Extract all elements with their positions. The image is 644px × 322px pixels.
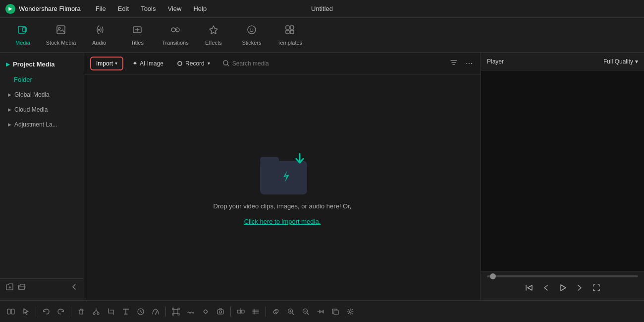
fullscreen-button[interactable] xyxy=(592,283,601,294)
redo-icon[interactable] xyxy=(54,305,68,319)
folder-open-icon[interactable] xyxy=(18,283,26,292)
folder-add-icon[interactable] xyxy=(6,283,14,292)
more-options-icon[interactable]: ⋯ xyxy=(464,58,475,69)
trim-icon[interactable] xyxy=(249,305,263,319)
transform-icon[interactable] xyxy=(169,305,183,319)
toolbar-titles[interactable]: Titles xyxy=(119,21,155,50)
speed-icon[interactable] xyxy=(149,305,162,319)
toolbar-stickers[interactable]: Stickers xyxy=(234,21,269,50)
import-chevron-icon: ▾ xyxy=(115,61,117,66)
progress-bar[interactable] xyxy=(487,275,638,277)
app-logo: Wondershare Filmora xyxy=(5,3,81,14)
ai-image-label: AI Image xyxy=(140,60,163,67)
svg-rect-13 xyxy=(290,26,294,29)
text-tool-icon[interactable] xyxy=(119,305,133,319)
sidebar-item-label: Cloud Media xyxy=(14,106,48,113)
play-button[interactable] xyxy=(558,283,567,294)
copy-icon[interactable] xyxy=(328,305,342,319)
svg-point-11 xyxy=(253,29,254,30)
svg-point-8 xyxy=(175,28,179,32)
toolbar-media[interactable]: Media xyxy=(5,21,41,50)
svg-rect-14 xyxy=(286,30,289,34)
step-back-button[interactable] xyxy=(525,283,534,294)
duration-icon[interactable] xyxy=(134,305,148,319)
ripple-icon[interactable] xyxy=(314,305,327,319)
svg-rect-37 xyxy=(334,310,338,315)
svg-rect-15 xyxy=(290,30,294,34)
filter-icon[interactable] xyxy=(448,57,460,70)
svg-point-4 xyxy=(58,27,60,29)
record-button[interactable]: Record ▾ xyxy=(172,58,215,69)
stock-media-icon xyxy=(55,24,66,37)
svg-rect-26 xyxy=(172,308,174,310)
window-title: Untitled xyxy=(311,5,333,12)
toolbar-audio[interactable]: Audio xyxy=(81,21,117,50)
sidebar: ▶ Project Media Folder ▶ Global Media ▶ … xyxy=(0,53,84,300)
import-label: Import xyxy=(96,60,113,67)
titles-icon xyxy=(132,24,143,37)
menu-help[interactable]: Help xyxy=(188,3,212,14)
crop-icon[interactable] xyxy=(104,305,118,319)
collapse-sidebar-icon[interactable] xyxy=(71,283,78,292)
import-link[interactable]: Click here to import media. xyxy=(244,218,321,225)
app-logo-icon xyxy=(5,3,16,14)
effects-label: Effects xyxy=(205,40,221,46)
menu-edit[interactable]: Edit xyxy=(113,3,134,14)
svg-rect-34 xyxy=(241,310,244,313)
zoom-out-icon[interactable] xyxy=(299,305,313,319)
undo-icon[interactable] xyxy=(39,305,53,319)
quality-chevron-icon: ▾ xyxy=(635,58,638,65)
menu-tools[interactable]: Tools xyxy=(136,3,161,14)
player-view xyxy=(481,70,644,271)
player-panel: Player Full Quality ▾ xyxy=(481,53,644,300)
keyframe-icon[interactable] xyxy=(199,305,213,319)
svg-rect-33 xyxy=(237,310,240,313)
sidebar-project-media[interactable]: ▶ Project Media xyxy=(0,57,84,72)
settings-icon[interactable] xyxy=(343,305,357,319)
cut-icon[interactable] xyxy=(89,305,103,319)
audio-clip-icon[interactable] xyxy=(184,305,198,319)
select-tool-icon[interactable] xyxy=(19,305,33,319)
main-content: ▶ Project Media Folder ▶ Global Media ▶ … xyxy=(0,53,644,300)
stock-media-label: Stock Media xyxy=(46,40,76,46)
delete-icon[interactable] xyxy=(74,305,88,319)
toolbar-stock-media[interactable]: Stock Media xyxy=(43,21,79,50)
link-icon[interactable] xyxy=(269,305,283,319)
menu-file[interactable]: File xyxy=(91,3,111,14)
stickers-label: Stickers xyxy=(242,40,261,46)
quality-select[interactable]: Full Quality ▾ xyxy=(603,58,638,65)
toolbar-effects[interactable]: Effects xyxy=(196,21,231,50)
record-dot-icon xyxy=(177,61,182,66)
main-toolbar: Media Stock Media Audio xyxy=(0,18,644,53)
zoom-in-icon[interactable] xyxy=(284,305,298,319)
separator-4 xyxy=(230,307,231,317)
frame-back-button[interactable] xyxy=(541,283,550,294)
menu-view[interactable]: View xyxy=(162,3,186,14)
menu-items: File Edit Tools View Help xyxy=(91,3,639,14)
toolbar-transitions[interactable]: Transitions xyxy=(158,21,193,50)
ai-image-button[interactable]: ✦ AI Image xyxy=(127,57,168,69)
sidebar-item-label: Adjustment La... xyxy=(14,121,57,128)
svg-rect-3 xyxy=(57,26,65,34)
svg-rect-28 xyxy=(172,314,174,315)
split-icon[interactable] xyxy=(234,305,248,319)
scenes-icon[interactable] xyxy=(4,305,18,319)
snapshot-icon[interactable] xyxy=(214,305,227,319)
progress-thumb[interactable] xyxy=(490,273,496,279)
audio-icon xyxy=(94,24,105,37)
search-input[interactable] xyxy=(232,60,440,67)
frame-forward-button[interactable] xyxy=(575,283,584,294)
sidebar-item-arrow-icon: ▶ xyxy=(8,92,11,97)
app-name-label: Wondershare Filmora xyxy=(19,5,81,12)
drop-zone: Drop your video clips, images, or audio … xyxy=(84,74,481,300)
separator-5 xyxy=(266,307,266,317)
sidebar-item-global-media[interactable]: ▶ Global Media xyxy=(0,87,84,102)
sidebar-item-arrow-icon: ▶ xyxy=(8,107,11,112)
import-button[interactable]: Import ▾ xyxy=(90,57,123,70)
toolbar-templates[interactable]: Templates xyxy=(272,21,308,50)
titles-label: Titles xyxy=(131,40,144,46)
sidebar-item-adjustment[interactable]: ▶ Adjustment La... xyxy=(0,117,84,132)
sidebar-folder[interactable]: Folder xyxy=(0,72,84,87)
drop-text: Drop your video clips, images, or audio … xyxy=(214,202,352,210)
sidebar-item-cloud-media[interactable]: ▶ Cloud Media xyxy=(0,102,84,117)
